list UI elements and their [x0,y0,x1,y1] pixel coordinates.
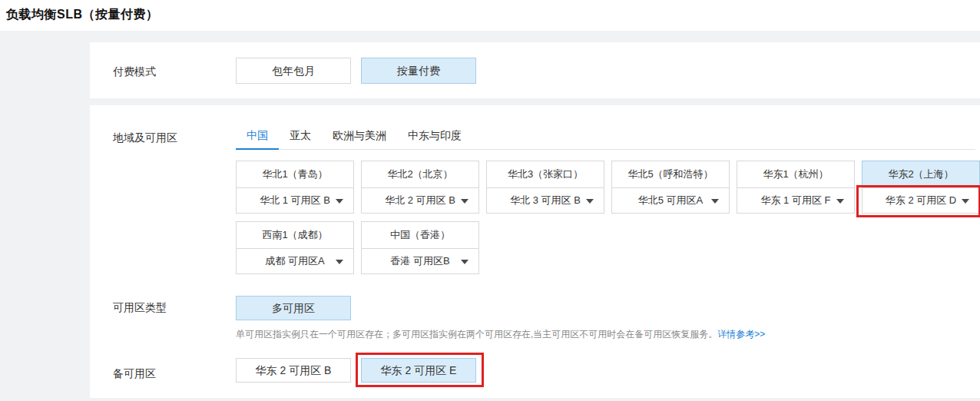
caret-down-icon [461,199,468,204]
region-button-huadong1[interactable]: 华东1（杭州） [737,161,855,188]
zone-select-huadong2[interactable]: 华东 2 可用区 D [862,187,980,214]
payment-option-paygo[interactable]: 按量付费 [361,58,476,84]
caret-down-icon [461,260,468,264]
zone-select-chengdu[interactable]: 成都 可用区A [236,248,354,274]
tab-europe-americas[interactable]: 欧洲与美洲 [322,124,397,150]
region-button-huabei5[interactable]: 华北5（呼和浩特） [611,161,730,188]
payment-mode-options: 包年包月 按量付费 [236,58,476,84]
caret-down-icon [336,260,343,264]
zone-select-value: 香港 可用区B [390,255,449,267]
region-cell-shanghai: 华东2（上海） 华东 2 可用区 D [862,161,980,214]
zone-select-value: 华东 2 可用区 D [886,194,956,206]
page-title: 负载均衡SLB（按量付费） [6,7,159,23]
zone-select-value: 成都 可用区A [265,255,324,267]
tab-china[interactable]: 中国 [236,124,279,150]
region-cell-zhangjiakou: 华北3（张家口） 华北 3 可用区 B [486,161,604,214]
zone-select-huabei5[interactable]: 华北5 可用区A [611,187,730,214]
zone-type-help-link[interactable]: 详情参考>> [717,329,765,340]
region-cell-beijing: 华北2（北京） 华北 2 可用区 B [361,161,479,214]
region-cell-hohhot: 华北5（呼和浩特） 华北5 可用区A [611,161,730,214]
zone-type-help-text: 单可用区指实例只在一个可用区存在；多可用区指实例在两个可用区存在,当主可用区不可… [236,329,717,340]
region-grid-row-1: 华北1（青岛） 华北 1 可用区 B 华北2（北京） 华北 2 可用区 B 华北… [236,161,980,214]
page-background: 付费模式 包年包月 按量付费 地域及可用区 中国 亚太 欧洲与美洲 中东与印度 … [0,31,980,401]
backup-zone-e-button[interactable]: 华东 2 可用区 E [361,358,476,383]
tab-asia-pacific[interactable]: 亚太 [279,124,322,150]
slb-purchase-page: 负载均衡SLB（按量付费） 付费模式 包年包月 按量付费 地域及可用区 中国 亚… [0,0,980,401]
caret-down-icon [962,199,969,204]
caret-down-icon [711,199,719,204]
region-button-xinan1[interactable]: 西南1（成都） [236,221,354,249]
region-button-huadong2[interactable]: 华东2（上海） [862,161,980,188]
zone-type-options: 多可用区 [236,296,351,320]
zone-select-huabei1[interactable]: 华北 1 可用区 B [236,187,354,214]
region-cell-hangzhou: 华东1（杭州） 华东 1 可用区 F [737,161,855,214]
region-button-huabei1[interactable]: 华北1（青岛） [236,161,354,188]
zone-type-help: 单可用区指实例只在一个可用区存在；多可用区指实例在两个可用区存在,当主可用区不可… [236,328,765,341]
zone-select-value: 华北 2 可用区 B [385,194,455,206]
region-button-huabei3[interactable]: 华北3（张家口） [486,161,604,188]
backup-zone-label: 备可用区 [113,367,156,381]
zone-type-multi-button[interactable]: 多可用区 [236,296,351,320]
tab-middle-east-india[interactable]: 中东与印度 [397,124,472,150]
region-grid-row-2: 西南1（成都） 成都 可用区A 中国（香港） 香港 可用区B [236,221,479,274]
region-cell-qingdao: 华北1（青岛） 华北 1 可用区 B [236,161,354,214]
zone-select-hongkong[interactable]: 香港 可用区B [361,248,479,274]
region-label: 地域及可用区 [113,131,177,145]
zone-select-value: 华北 3 可用区 B [510,194,581,206]
backup-zone-options: 华东 2 可用区 B 华东 2 可用区 E [236,358,476,383]
zone-select-value: 华东 1 可用区 F [760,194,830,206]
backup-zone-b-button[interactable]: 华东 2 可用区 B [236,358,351,383]
payment-mode-panel: 付费模式 包年包月 按量付费 [90,42,980,98]
region-button-huabei2[interactable]: 华北2（北京） [361,161,479,188]
zone-select-huabei2[interactable]: 华北 2 可用区 B [361,187,479,214]
region-zone-panel: 地域及可用区 中国 亚太 欧洲与美洲 中东与印度 华北1（青岛） 华北 1 可用… [90,105,980,398]
zone-type-label: 可用区类型 [113,301,167,315]
region-cell-chengdu: 西南1（成都） 成都 可用区A [236,221,354,274]
zone-select-value: 华北 1 可用区 B [260,194,330,206]
region-tabs: 中国 亚太 欧洲与美洲 中东与印度 [236,124,975,150]
payment-mode-label: 付费模式 [113,65,156,79]
zone-select-value: 华北5 可用区A [638,194,704,206]
payment-option-subscription[interactable]: 包年包月 [236,58,351,84]
caret-down-icon [836,199,844,204]
zone-select-huadong1[interactable]: 华东 1 可用区 F [737,187,855,214]
zone-select-huabei3[interactable]: 华北 3 可用区 B [486,187,604,214]
caret-down-icon [586,199,594,204]
caret-down-icon [336,199,343,204]
region-cell-hongkong: 中国（香港） 香港 可用区B [361,221,479,274]
region-button-hongkong[interactable]: 中国（香港） [361,221,479,249]
